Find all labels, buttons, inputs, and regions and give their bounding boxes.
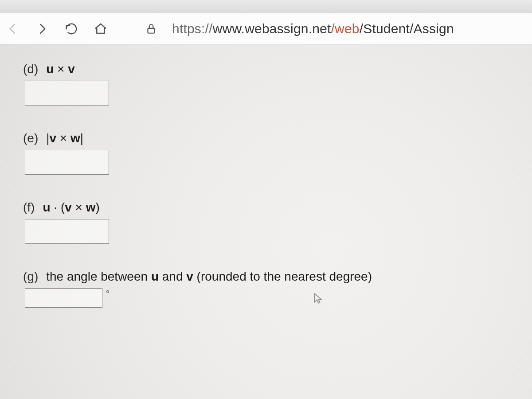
address-bar[interactable]: https://www.webassign.net/web/Student/As…: [172, 21, 454, 36]
home-button[interactable]: [92, 20, 109, 37]
part-letter-f: (f): [23, 200, 35, 215]
back-button[interactable]: [4, 20, 21, 37]
forward-button[interactable]: [34, 20, 51, 37]
problem-e: (e) |v × w|: [23, 131, 509, 175]
window-chrome-strip: [0, 0, 532, 13]
part-letter-d: (d): [23, 62, 38, 76]
answer-input-e[interactable]: [25, 150, 109, 175]
degree-symbol: °: [106, 289, 110, 299]
expression-d: u × v: [46, 62, 75, 76]
url-host: www.webassign.net: [213, 21, 331, 36]
url-path-accent: /web: [331, 21, 360, 36]
problem-f: (f) u · (v × w): [23, 200, 509, 244]
browser-toolbar: https://www.webassign.net/web/Student/As…: [0, 13, 532, 44]
expression-e: |v × w|: [46, 131, 83, 145]
url-protocol: https://: [172, 21, 213, 36]
problem-g: (g) the angle between u and v (rounded t…: [23, 270, 509, 308]
svg-rect-0: [148, 28, 154, 33]
answer-input-g[interactable]: [25, 288, 102, 308]
answer-input-d[interactable]: [25, 81, 109, 106]
lock-icon: [143, 20, 160, 37]
part-letter-g: (g): [23, 270, 38, 284]
assignment-page: (d) u × v (e) |v × w| (f) u · (v × w) (g…: [0, 44, 532, 399]
expression-f: u · (v × w): [43, 200, 99, 215]
refresh-button[interactable]: [63, 20, 80, 37]
answer-input-f[interactable]: [25, 219, 109, 244]
url-path-rest: /Student/Assign: [360, 21, 454, 36]
expression-g: the angle between u and v (rounded to th…: [46, 270, 372, 284]
part-letter-e: (e): [23, 131, 38, 145]
problem-d: (d) u × v: [23, 62, 509, 106]
